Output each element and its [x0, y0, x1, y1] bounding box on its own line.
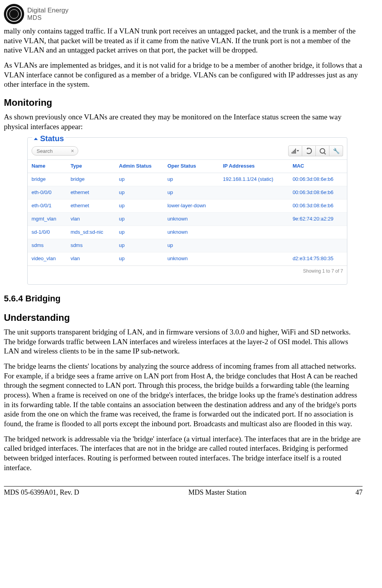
cell-name: eth-0/0/1	[28, 200, 67, 213]
search-button[interactable]	[316, 145, 329, 156]
col-type[interactable]: Type	[67, 160, 115, 173]
clear-search-icon[interactable]: ×	[69, 147, 76, 154]
table-row[interactable]: sd-1/0/0mds_sd:sd-nicupunknown	[28, 226, 347, 239]
table-row[interactable]: mgmt_vlanvlanupunknown9e:62:74:20:a2:29	[28, 212, 347, 226]
status-panel: Status × 🔧 Name Type	[27, 137, 347, 285]
settings-button[interactable]: 🔧	[329, 145, 343, 156]
table-header: Name Type Admin Status Oper Status IP Ad…	[28, 160, 347, 173]
cell-ip: 192.168.1.1/24 (static)	[219, 173, 289, 186]
cell-type: vlan	[67, 212, 115, 226]
table-row[interactable]: bridgebridgeupup192.168.1.1/24 (static)0…	[28, 173, 347, 186]
cell-admin: up	[115, 212, 164, 226]
cell-admin: up	[115, 239, 164, 252]
panel-title-text: Status	[40, 134, 64, 143]
cell-admin: up	[115, 252, 164, 265]
brand-header: Digital Energy MDS	[4, 4, 363, 24]
body-paragraph: The bridge learns the clients' locations…	[4, 362, 363, 429]
body-paragraph: As shown previously once VLANs are creat…	[4, 112, 363, 131]
cell-oper: unknown	[164, 226, 219, 239]
signal-button[interactable]	[288, 145, 302, 156]
cell-mac: d2:e3:14:75:80:35	[289, 252, 347, 265]
col-name[interactable]: Name	[28, 160, 67, 173]
page-footer: MDS 05-6399A01, Rev. D MDS Master Statio…	[4, 486, 363, 497]
table-row[interactable]: eth-0/0/1ethernetuplower-layer-down00:06…	[28, 200, 347, 213]
cell-mac: 00:06:3d:08:6e:b6	[289, 186, 347, 200]
table-footer: Showing 1 to 7 of 7	[28, 266, 347, 285]
col-oper[interactable]: Oper Status	[164, 160, 219, 173]
cell-oper: unknown	[164, 212, 219, 226]
heading-understanding: Understanding	[4, 312, 363, 324]
refresh-button[interactable]	[302, 145, 316, 156]
wrench-icon: 🔧	[333, 147, 340, 154]
ge-logo-icon	[4, 4, 24, 24]
table-row[interactable]: eth-0/0/0ethernetupup00:06:3d:08:6e:b6	[28, 186, 347, 200]
cell-type: sdms	[67, 239, 115, 252]
brand-text: Digital Energy MDS	[27, 7, 69, 21]
cell-mac: 00:06:3d:08:6e:b6	[289, 200, 347, 213]
cell-ip	[219, 239, 289, 252]
cell-name: mgmt_vlan	[28, 212, 67, 226]
toolbar-buttons: 🔧	[288, 145, 343, 156]
cell-oper: lower-layer-down	[164, 200, 219, 213]
col-admin[interactable]: Admin Status	[115, 160, 164, 173]
body-paragraph: The bridged network is addressable via t…	[4, 434, 363, 473]
cell-oper: unknown	[164, 252, 219, 265]
cell-name: bridge	[28, 173, 67, 186]
brand-line2: MDS	[27, 14, 69, 21]
cell-name: sd-1/0/0	[28, 226, 67, 239]
cell-mac: 9e:62:74:20:a2:29	[289, 212, 347, 226]
search-icon	[320, 148, 325, 154]
cell-ip	[219, 200, 289, 213]
cell-name: eth-0/0/0	[28, 186, 67, 200]
signal-bars-icon	[292, 149, 296, 154]
cell-admin: up	[115, 173, 164, 186]
cell-type: ethernet	[67, 186, 115, 200]
cell-admin: up	[115, 200, 164, 213]
col-ip[interactable]: IP Addresses	[219, 160, 289, 173]
refresh-icon	[306, 148, 312, 154]
panel-toolbar: × 🔧	[28, 145, 347, 159]
body-paragraph: The unit supports transparent bridging o…	[4, 327, 363, 356]
footer-center: MDS Master Station	[188, 488, 246, 497]
cell-mac: 00:06:3d:08:6e:b6	[289, 173, 347, 186]
search-box[interactable]: ×	[32, 146, 78, 156]
cell-admin: up	[115, 186, 164, 200]
cell-type: bridge	[67, 173, 115, 186]
cell-ip	[219, 252, 289, 265]
footer-left: MDS 05-6399A01, Rev. D	[4, 488, 79, 497]
dropdown-caret-icon	[297, 150, 299, 152]
search-input[interactable]	[36, 148, 69, 154]
table-row[interactable]: video_vlanvlanupunknownd2:e3:14:75:80:35	[28, 252, 347, 265]
cell-type: ethernet	[67, 200, 115, 213]
cell-ip	[219, 212, 289, 226]
cell-ip	[219, 226, 289, 239]
cell-type: vlan	[67, 252, 115, 265]
table-row[interactable]: sdmssdmsupup	[28, 239, 347, 252]
cell-mac	[289, 239, 347, 252]
body-paragraph: mally only contains tagged traffic. If a…	[4, 26, 363, 55]
cell-ip	[219, 186, 289, 200]
heading-bridging: 5.6.4 Bridging	[4, 293, 363, 304]
cell-oper: up	[164, 186, 219, 200]
footer-right: 47	[356, 488, 363, 497]
cell-type: mds_sd:sd-nic	[67, 226, 115, 239]
cell-name: sdms	[28, 239, 67, 252]
brand-line1: Digital Energy	[27, 7, 69, 14]
panel-title[interactable]: Status	[32, 133, 65, 144]
col-mac[interactable]: MAC	[289, 160, 347, 173]
body-paragraph: As VLANs are implemented as bridges, and…	[4, 61, 363, 89]
cell-oper: up	[164, 239, 219, 252]
heading-monitoring: Monitoring	[4, 96, 363, 108]
collapse-caret-icon[interactable]	[34, 138, 38, 140]
cell-name: video_vlan	[28, 252, 67, 265]
status-table: Name Type Admin Status Oper Status IP Ad…	[28, 159, 347, 265]
cell-mac	[289, 226, 347, 239]
cell-admin: up	[115, 226, 164, 239]
status-panel-wrap: Status × 🔧 Name Type	[27, 137, 363, 285]
cell-oper: up	[164, 173, 219, 186]
